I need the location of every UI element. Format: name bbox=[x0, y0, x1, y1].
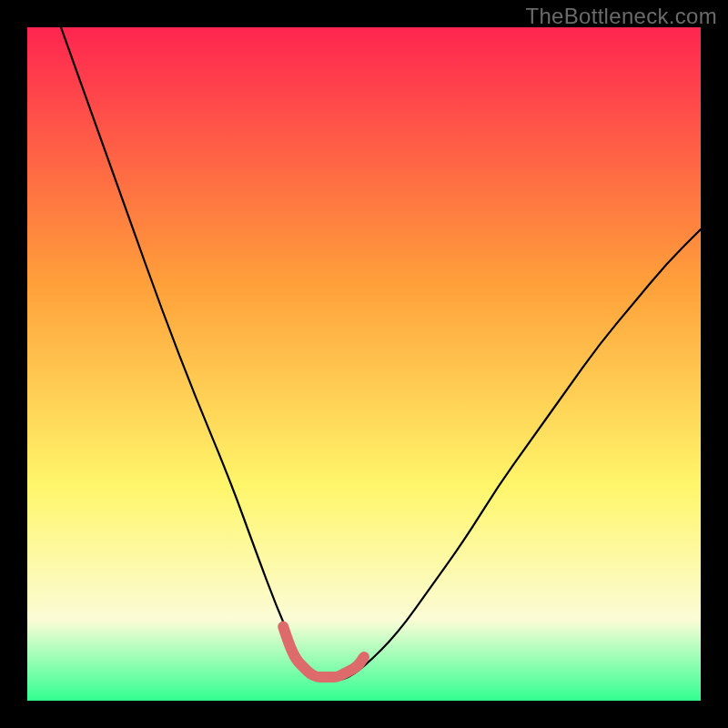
watermark-text: TheBottleneck.com bbox=[525, 4, 717, 29]
chart-container: TheBottleneck.com bbox=[0, 0, 728, 728]
chart-svg bbox=[27, 27, 701, 701]
plot-area bbox=[27, 27, 701, 701]
gradient-background bbox=[27, 27, 701, 701]
